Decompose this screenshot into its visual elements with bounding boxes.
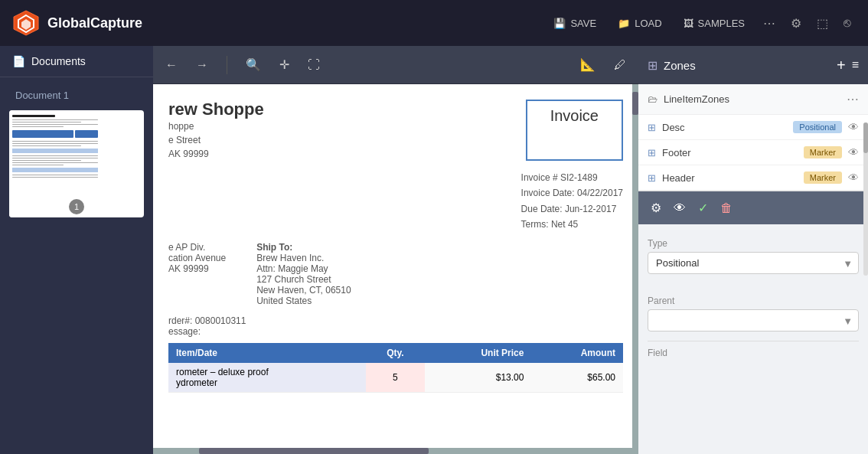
sidebar-header: 📄 Documents [0, 46, 153, 77]
app-logo [12, 9, 40, 37]
logout-button[interactable]: ⎋ [839, 11, 856, 34]
zone-visibility-button[interactable]: 👁 [671, 198, 689, 218]
doc-page: rew Shoppe hoppe e Street AK 99999 Invoi… [153, 84, 638, 454]
logo-area: GlobalCapture [12, 9, 530, 37]
qty-cell: 5 [366, 363, 426, 393]
field-label: Field [648, 348, 859, 358]
save-icon: 💾 [553, 18, 566, 29]
selected-zone-actions: ⚙ 👁 ✓ 🗑 [648, 198, 736, 218]
field-property: Field [648, 348, 859, 358]
type-label: Type [648, 238, 859, 249]
parent-select-wrapper: ▼ [648, 309, 859, 332]
selected-zone-panel: ⚙ 👁 ✓ 🗑 [638, 191, 868, 224]
zones-header: ⊞ Zones + ≡ [638, 46, 868, 84]
col-qty: Qty. [366, 343, 426, 363]
document-item[interactable]: Document 1 [9, 87, 144, 104]
zone-item-header[interactable]: ⊞ Header Marker 👁 [638, 165, 868, 191]
zone-group-name: LineItemZones [664, 93, 840, 105]
document-thumbnail[interactable]: 1 [9, 110, 144, 217]
toolbar-separator-1 [227, 56, 227, 74]
samples-button[interactable]: 🖼 SAMPLES [676, 13, 752, 34]
amount-cell: $65.00 [531, 363, 623, 393]
zone-delete-button[interactable]: 🗑 [717, 198, 736, 218]
ruler-button[interactable]: 📐 [577, 54, 599, 75]
zone-footer-eye-button[interactable]: 👁 [848, 146, 859, 158]
pan-button[interactable]: ✛ [276, 54, 292, 75]
doc-scrollbar[interactable] [632, 84, 638, 454]
zone-confirm-button[interactable]: ✓ [695, 198, 711, 218]
type-select-wrapper: Positional Marker Header Footer ▼ [648, 252, 859, 274]
zone-group-menu-button[interactable]: ⋯ [847, 92, 859, 106]
document-viewer: ← → 🔍 ✛ ⛶ 📐 🖊 rew Shoppe hoppe e Street [153, 46, 638, 454]
sidebar-content: Document 1 [0, 77, 153, 227]
top-nav: GlobalCapture 💾 SAVE 📁 LOAD 🖼 SAMPLES ⋯ … [0, 0, 868, 46]
bill-to: e AP Div. cation Avenue AK 99999 [168, 242, 226, 306]
zones-add-button[interactable]: + [837, 57, 846, 74]
save-button[interactable]: 💾 SAVE [546, 13, 604, 34]
zone-item-footer[interactable]: ⊞ Footer Marker 👁 [638, 140, 868, 165]
table-row: rometer – deluxe proofydrometer 5 $13.00… [168, 363, 623, 393]
zones-icon: ⊞ [648, 58, 658, 73]
doc-hscrollbar[interactable] [153, 448, 632, 454]
ship-row: e AP Div. cation Avenue AK 99999 Ship To… [168, 242, 623, 306]
zone-footer-name: Footer [662, 147, 798, 158]
invoice-details: Invoice # SI2-1489 Invoice Date: 04/22/2… [168, 170, 623, 233]
zone-desc-badge: Positional [793, 121, 842, 133]
back-button[interactable]: ← [162, 55, 181, 75]
zone-settings-button[interactable]: ⚙ [648, 198, 664, 218]
samples-icon: 🖼 [684, 18, 693, 29]
zone-footer-icon: ⊞ [648, 147, 656, 158]
more-menu-button[interactable]: ⋯ [759, 11, 780, 35]
viewer-toolbar: ← → 🔍 ✛ ⛶ 📐 🖊 [153, 46, 638, 84]
doc-hscrollbar-thumb[interactable] [199, 448, 429, 454]
unit-price-cell: $13.00 [425, 363, 531, 393]
col-unit-price: Unit Price [425, 343, 531, 363]
type-select[interactable]: Positional Marker Header Footer [648, 252, 859, 274]
main-layout: 📄 Documents Document 1 [0, 46, 868, 454]
forward-button[interactable]: → [193, 55, 211, 75]
left-sidebar: 📄 Documents Document 1 [0, 46, 153, 454]
folder-icon: 🗁 [648, 93, 658, 105]
nav-actions: 💾 SAVE 📁 LOAD 🖼 SAMPLES ⋯ ⚙ ⬚ ⎋ [546, 11, 856, 35]
doc-scrollbar-thumb[interactable] [632, 92, 638, 115]
zone-header-eye-button[interactable]: 👁 [848, 171, 859, 184]
zone-desc-icon: ⊞ [648, 122, 656, 133]
eyedropper-button[interactable]: 🖊 [611, 55, 629, 75]
fullscreen-button[interactable]: ⛶ [305, 55, 323, 75]
order-row: rder#: 0080010311 essage: [168, 315, 623, 337]
parent-label: Parent [648, 296, 859, 306]
zone-properties: Type Positional Marker Header Footer ▼ P… [638, 224, 868, 454]
company-address: hoppe e Street AK 99999 [168, 119, 264, 161]
right-scrollbar-thumb[interactable] [863, 122, 868, 153]
page-number: 1 [69, 199, 84, 214]
company-name: rew Shoppe [168, 100, 264, 119]
right-scrollbar[interactable] [863, 122, 868, 276]
parent-select[interactable] [648, 309, 859, 332]
zone-header-icon: ⊞ [648, 172, 656, 184]
thumbnail-image [9, 110, 101, 217]
ship-to: Ship To: Brew Haven Inc. Attn: Maggie Ma… [256, 242, 351, 306]
settings-button[interactable]: ⚙ [786, 11, 806, 35]
zones-filter-button[interactable]: ≡ [852, 58, 859, 72]
invoice-table: Item/Date Qty. Unit Price Amount rometer… [168, 343, 623, 393]
expand-button[interactable]: ⬚ [812, 11, 833, 35]
zone-desc-name: Desc [662, 122, 787, 133]
invoice-title-box: Invoice [526, 100, 623, 161]
invoice-header-row: rew Shoppe hoppe e Street AK 99999 Invoi… [168, 100, 623, 161]
item-cell: rometer – deluxe proofydrometer [168, 363, 366, 393]
zone-header-badge: Marker [804, 171, 842, 184]
col-item: Item/Date [168, 343, 366, 363]
right-panel: ⊞ Zones + ≡ 🗁 LineItemZones ⋯ ⊞ Desc Pos… [638, 46, 868, 454]
table-header-row: Item/Date Qty. Unit Price Amount [168, 343, 623, 363]
parent-property: Parent ▼ [648, 296, 859, 332]
load-icon: 📁 [618, 18, 630, 29]
zone-header-name: Header [662, 172, 798, 184]
zone-desc-eye-button[interactable]: 👁 [848, 121, 859, 133]
load-button[interactable]: 📁 LOAD [610, 13, 669, 34]
company-info: rew Shoppe hoppe e Street AK 99999 [168, 100, 264, 161]
app-title: GlobalCapture [47, 15, 142, 31]
zone-footer-badge: Marker [804, 146, 842, 158]
zone-item-desc[interactable]: ⊞ Desc Positional 👁 [638, 115, 868, 140]
zone-group-header: 🗁 LineItemZones ⋯ [638, 84, 868, 115]
search-button[interactable]: 🔍 [243, 54, 264, 75]
